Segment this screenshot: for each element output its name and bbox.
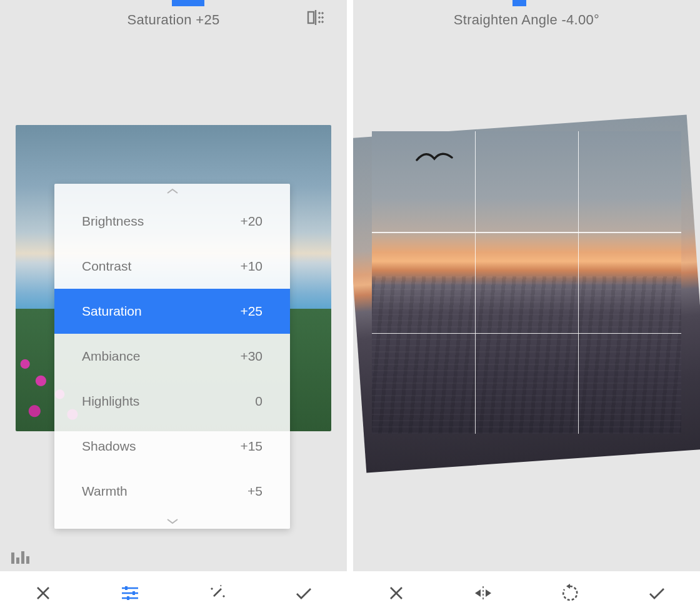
accept-button[interactable] <box>291 581 316 606</box>
magic-wand-button[interactable] <box>204 581 229 606</box>
photo-preview <box>372 131 681 434</box>
bird-icon <box>416 149 453 168</box>
slider-fill <box>512 0 526 6</box>
screen-divider <box>347 0 353 615</box>
flip-icon <box>473 585 493 601</box>
grid-line <box>372 333 681 334</box>
bottom-toolbar <box>353 571 700 615</box>
tune-row-label: Brightness <box>82 214 144 229</box>
tune-row-contrast[interactable]: Contrast+10 <box>54 244 290 289</box>
tune-row-label: Contrast <box>82 259 131 274</box>
compare-icon <box>306 8 325 27</box>
svg-point-6 <box>319 21 321 23</box>
tune-row-saturation[interactable]: Saturation+25 <box>54 289 290 334</box>
screen-straighten: Straighten Angle -4.00° <box>353 0 700 615</box>
chevron-down-icon <box>54 514 290 529</box>
close-icon <box>388 585 404 601</box>
header-title: Straighten Angle -4.00° <box>454 12 599 28</box>
tune-row-label: Warmth <box>82 484 128 499</box>
close-icon <box>35 585 51 601</box>
tune-row-label: Shadows <box>82 439 136 454</box>
svg-marker-19 <box>475 589 481 597</box>
rotate-ccw-icon <box>561 584 579 602</box>
accept-button[interactable] <box>644 581 669 606</box>
tune-row-warmth[interactable]: Warmth+5 <box>54 469 290 514</box>
tune-row-value: +10 <box>240 259 262 274</box>
svg-point-3 <box>322 12 324 14</box>
grid-line <box>578 131 579 434</box>
tune-row-brightness[interactable]: Brightness+20 <box>54 199 290 244</box>
check-icon <box>648 586 666 601</box>
svg-point-7 <box>322 21 324 23</box>
tune-row-label: Ambiance <box>82 349 140 364</box>
bottom-toolbar <box>0 571 347 615</box>
crop-frame[interactable] <box>372 131 681 434</box>
svg-marker-22 <box>566 584 570 589</box>
close-button[interactable] <box>384 581 409 606</box>
tune-row-value: +5 <box>248 484 262 499</box>
tune-row-label: Highlights <box>82 394 139 409</box>
svg-point-5 <box>322 17 324 19</box>
tune-row-value: +15 <box>240 439 262 454</box>
rotate-button[interactable] <box>558 581 582 606</box>
tune-row-value: +20 <box>240 214 262 229</box>
header-title: Saturation +25 <box>128 12 220 28</box>
tune-parameter-list[interactable]: Brightness+20Contrast+10Saturation+25Amb… <box>54 184 290 529</box>
tune-row-value: +30 <box>240 349 262 364</box>
flip-button[interactable] <box>471 581 496 606</box>
tune-row-value: 0 <box>255 394 262 409</box>
svg-point-2 <box>319 12 321 14</box>
close-button[interactable] <box>31 581 56 606</box>
slider-fill <box>172 0 205 6</box>
screen-tune: Saturation +25 <box>0 0 347 615</box>
check-icon <box>294 586 313 601</box>
photo-canvas[interactable] <box>353 119 700 469</box>
tune-icon <box>121 585 139 601</box>
value-slider[interactable] <box>353 0 700 6</box>
histogram-button[interactable] <box>11 550 29 564</box>
grid-line <box>475 131 476 434</box>
tune-row-value: +25 <box>240 304 262 319</box>
tune-row-shadows[interactable]: Shadows+15 <box>54 424 290 469</box>
compare-button[interactable] <box>303 5 328 30</box>
value-slider[interactable] <box>0 0 347 6</box>
svg-line-16 <box>214 589 221 596</box>
svg-point-4 <box>319 17 321 19</box>
tune-row-ambiance[interactable]: Ambiance+30 <box>54 334 290 379</box>
tune-row-label: Saturation <box>82 304 142 319</box>
tune-button[interactable] <box>118 581 142 606</box>
grid-line <box>372 232 681 233</box>
magic-wand-icon <box>208 584 226 602</box>
tune-row-highlights[interactable]: Highlights0 <box>54 379 290 424</box>
svg-rect-0 <box>308 12 314 23</box>
svg-marker-20 <box>486 589 491 597</box>
svg-rect-13 <box>125 586 128 590</box>
chevron-up-icon <box>54 184 290 199</box>
svg-rect-14 <box>132 591 135 595</box>
svg-rect-15 <box>127 596 129 600</box>
